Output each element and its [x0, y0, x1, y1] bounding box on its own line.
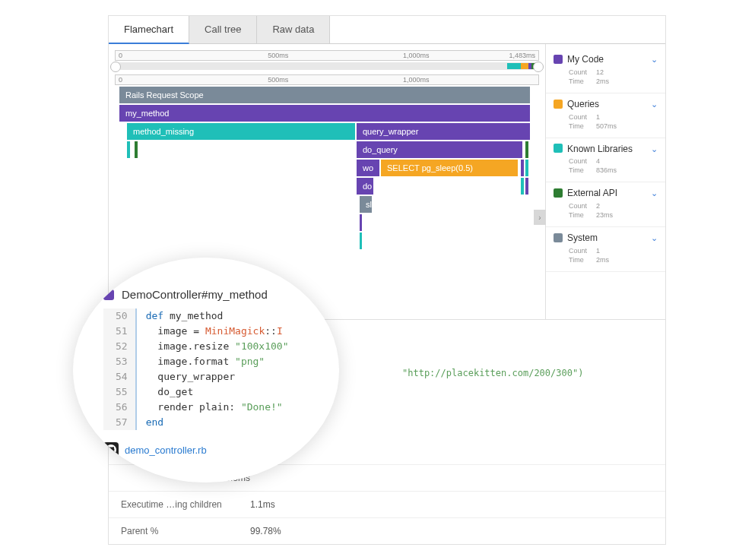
- popup-title: DemoController#my_method: [122, 288, 268, 301]
- flame-bar[interactable]: do: [357, 178, 373, 195]
- tab-raw-data[interactable]: Raw data: [257, 16, 330, 43]
- flame-graph: Rails Request Scope my_method method_mis…: [119, 87, 545, 249]
- chevron-down-icon[interactable]: ⌄: [651, 144, 658, 154]
- chevron-down-icon[interactable]: ⌄: [651, 188, 658, 198]
- color-swatch: [554, 233, 563, 242]
- line-gutter: 5051525354555657: [103, 308, 137, 430]
- stat-value: 99.78%: [250, 526, 281, 536]
- chevron-right-icon: ›: [538, 214, 541, 222]
- stat-label: Executime …ing children: [121, 499, 250, 510]
- legend-time: 2ms: [596, 78, 617, 85]
- source-code: def my_method image = MiniMagick::I imag…: [137, 308, 289, 430]
- chevron-down-icon[interactable]: ⌄: [651, 100, 658, 109]
- view-tabs: Flamechart Call tree Raw data: [109, 16, 665, 44]
- flame-bar[interactable]: sl: [360, 196, 372, 213]
- flame-bar[interactable]: SELECT pg_sleep(0.5): [381, 160, 518, 176]
- chevron-down-icon[interactable]: ⌄: [651, 55, 658, 65]
- stat-row: Executime …ing children1.1ms: [109, 491, 665, 517]
- legend-name: Queries: [567, 99, 599, 109]
- legend-item-queries[interactable]: Queries⌄ Count1Time507ms: [546, 93, 665, 138]
- legend-item-external-api[interactable]: External API⌄ Count2Time23ms: [546, 182, 665, 227]
- legend-time: 2ms: [596, 256, 617, 264]
- legend-item-mycode[interactable]: My Code⌄ Count12Time2ms: [546, 49, 665, 93]
- color-swatch: [554, 55, 563, 64]
- legend-sidebar: My Code⌄ Count12Time2ms Queries⌄ Count1T…: [545, 44, 665, 319]
- legend-time: 836ms: [596, 166, 624, 174]
- legend-time: 23ms: [596, 211, 620, 219]
- color-swatch: [554, 144, 563, 153]
- source-file-link[interactable]: demo_controller.rb: [125, 445, 207, 456]
- legend-item-system[interactable]: System⌄ Count1Time2ms: [546, 227, 665, 272]
- tab-flamechart[interactable]: Flamechart: [109, 16, 189, 44]
- flame-stub[interactable]: [127, 141, 130, 158]
- chevron-down-icon[interactable]: ⌄: [651, 233, 658, 243]
- legend-item-known-libraries[interactable]: Known Libraries⌄ Count4Time836ms: [546, 138, 665, 183]
- stat-value: 1.1ms: [250, 499, 275, 510]
- ruler-mark: 500ms: [268, 52, 288, 59]
- stat-row: Parent %99.78%: [109, 517, 665, 544]
- code-popup: DemoController#my_method 505152535455565…: [73, 258, 339, 482]
- ruler-mark: 1,483ms: [509, 52, 535, 59]
- flame-stub[interactable]: [525, 178, 528, 195]
- legend-count: 2: [596, 202, 620, 210]
- ruler-mark: 0: [119, 76, 122, 84]
- legend-name: My Code: [567, 54, 604, 65]
- url-fragment: "http://placekitten.com/200/300"): [402, 368, 583, 378]
- flame-stub[interactable]: [525, 141, 528, 158]
- legend-name: External API: [567, 188, 617, 198]
- flame-stub[interactable]: [521, 178, 524, 195]
- flame-bar[interactable]: wo: [357, 160, 379, 176]
- flame-stub[interactable]: [525, 160, 528, 176]
- range-slider[interactable]: [115, 62, 539, 70]
- ruler-mark: 500ms: [268, 76, 288, 84]
- stat-label: Parent %: [121, 526, 250, 536]
- legend-time: 507ms: [596, 122, 624, 130]
- flame-stub[interactable]: [360, 214, 362, 231]
- ruler-mark: 1,000ms: [403, 76, 430, 84]
- legend-name: System: [567, 233, 598, 243]
- legend-count: 4: [596, 157, 624, 165]
- legend-count: 1: [596, 247, 617, 255]
- legend-count: 1: [596, 113, 624, 121]
- flame-stub[interactable]: [360, 233, 362, 249]
- scroll-right-button[interactable]: ›: [534, 210, 546, 225]
- detail-ruler: 0 500ms 1,000ms: [115, 74, 539, 85]
- flame-stub[interactable]: [135, 141, 138, 158]
- color-swatch: [554, 100, 563, 109]
- legend-count: 12: [596, 68, 617, 76]
- flame-stub[interactable]: [521, 160, 524, 176]
- ruler-mark: 0: [119, 52, 122, 59]
- legend-name: Known Libraries: [567, 143, 633, 153]
- flame-bar[interactable]: do_query: [357, 141, 522, 158]
- color-swatch: [554, 188, 563, 198]
- ruler-mark: 1,000ms: [403, 52, 430, 59]
- flame-bar[interactable]: query_wrapper: [357, 123, 530, 140]
- overview-ruler: 0 500ms 1,000ms 1,483ms: [115, 50, 539, 61]
- flame-bar[interactable]: method_missing: [127, 123, 355, 140]
- flame-bar[interactable]: my_method: [119, 105, 530, 122]
- flame-bar[interactable]: Rails Request Scope: [119, 87, 530, 103]
- tab-call-tree[interactable]: Call tree: [189, 16, 257, 43]
